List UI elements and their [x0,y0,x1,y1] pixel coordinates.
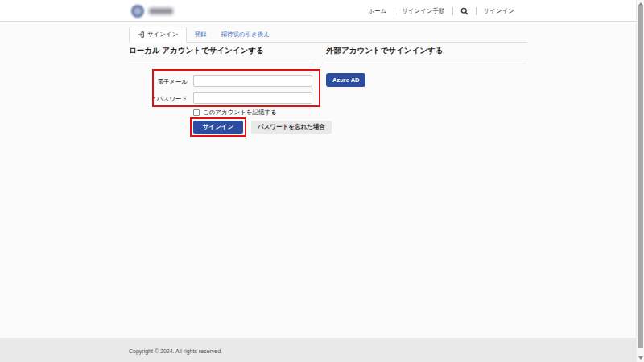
remember-label: このアカウントを記憶する [203,109,277,117]
email-label: 電子メール [133,78,188,86]
forgot-password-button[interactable]: パスワードを忘れた場合 [251,121,332,134]
app-logo-text-blurred [149,8,173,14]
nav-link-home[interactable]: ホーム [361,7,394,15]
search-icon [460,7,469,15]
external-section-divider [326,64,527,64]
signin-icon [138,31,144,38]
password-input[interactable] [193,92,312,104]
copyright-text: Copyright © 2024. All rights reserved. [129,348,222,354]
top-nav: ホーム サインイン手順 サインイン [361,0,522,22]
remember-row: このアカウントを記憶する [193,109,277,117]
tab-signin[interactable]: サインイン [129,27,187,43]
header-bar: ホーム サインイン手順 サインイン [0,0,644,22]
scrollbar-thumb[interactable] [638,6,643,348]
signin-button[interactable]: サインイン [193,121,243,134]
password-label-text: パスワード [157,95,188,102]
nav-link-signin[interactable]: サインイン [477,7,522,15]
scroll-down-arrow-icon[interactable] [638,356,643,360]
app-logo-icon [131,5,144,18]
email-input[interactable] [193,75,312,87]
nav-link-signin-guide[interactable]: サインイン手順 [394,7,452,15]
remember-checkbox[interactable] [193,109,200,116]
password-label: *パスワード [133,95,188,103]
azure-ad-button[interactable]: Azure AD [326,73,365,87]
external-account-section-title: 外部アカウントでサインインする [326,46,443,56]
tab-bar: サインイン 登録 招待状の引き換え [129,27,527,43]
required-marker: * [153,95,155,102]
nav-search-button[interactable] [453,7,476,15]
local-section-divider [129,64,315,64]
local-account-section-title: ローカル アカウントでサインインする [129,46,264,56]
tab-redeem-invitation[interactable]: 招待状の引き換え [213,27,277,42]
scroll-up-arrow-icon[interactable] [638,2,643,6]
footer [0,338,636,362]
tab-signin-label: サインイン [147,31,178,39]
app-logo[interactable] [131,4,173,18]
vertical-scrollbar[interactable] [636,0,644,362]
tab-register[interactable]: 登録 [187,27,213,42]
